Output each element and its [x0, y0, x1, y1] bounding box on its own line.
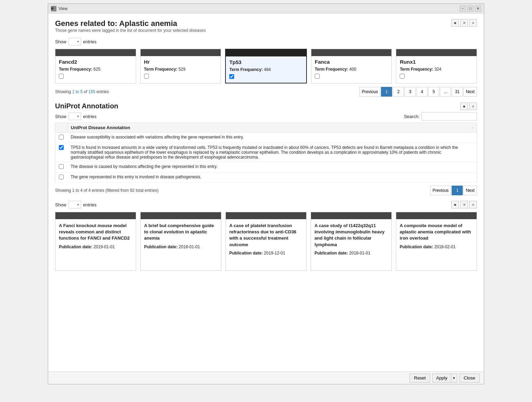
- docs-entries-label: entries: [83, 202, 97, 207]
- doc-card-4[interactable]: A composite mouse model of aplastic anem…: [396, 212, 477, 271]
- table-row: TP53 is found in increased amounts in a …: [55, 143, 477, 162]
- uniprot-title: UniProt Annotation: [55, 102, 118, 110]
- gene-card-runx1[interactable]: Runx1 Term Frequency: 324: [396, 49, 477, 83]
- uniprot-row-check-2[interactable]: [59, 164, 64, 169]
- uniprot-icon-btn-1[interactable]: ■: [460, 102, 468, 110]
- gene-freq-label-hr: Term Frequency:: [144, 67, 177, 72]
- genes-show-row: Show 10 25 50 entries: [55, 38, 477, 45]
- genes-page-5[interactable]: 5: [428, 87, 439, 97]
- uniprot-controls: Show 10 25 entries Search:: [55, 112, 477, 120]
- doc-card-2[interactable]: A case of platelet transfusion refractor…: [225, 212, 307, 271]
- doc-card-body-2: A case of platelet transfusion refractor…: [226, 219, 306, 259]
- doc-card-0[interactable]: A Fanci knockout mouse model reveals com…: [55, 212, 136, 271]
- gene-checkbox-hr[interactable]: [144, 74, 149, 79]
- gene-freq-val-fancd2: 625: [94, 67, 100, 72]
- gene-checkbox-tp53[interactable]: [229, 74, 234, 79]
- genes-pagination[interactable]: Previous 1 2 3 4 5 ... 31 Next: [360, 87, 477, 97]
- genes-icon-btn-2[interactable]: ✕: [460, 19, 468, 27]
- uniprot-entries-select[interactable]: 10 25: [69, 113, 81, 120]
- genes-page-1[interactable]: 1: [381, 87, 392, 97]
- bottom-bar: Reset Apply ▼ Close: [48, 372, 484, 384]
- sort-icon[interactable]: ↕: [471, 126, 473, 129]
- gene-card-fancd2[interactable]: Fancd2 Term Frequency: 625: [55, 49, 136, 83]
- uniprot-row-check-0[interactable]: [59, 135, 64, 140]
- genes-prev-button[interactable]: Previous: [360, 87, 381, 97]
- close-button[interactable]: ✕: [475, 6, 481, 12]
- gene-cards-container: Fancd2 Term Frequency: 625 Hr Term Frequ…: [55, 49, 477, 83]
- gene-card-header-runx1: [396, 49, 477, 56]
- uniprot-page-1[interactable]: 1: [452, 186, 463, 195]
- genes-icon-btn-3[interactable]: ≡: [469, 19, 477, 27]
- gene-freq-tp53: Term Frequency: 484: [229, 67, 303, 72]
- genes-page-4[interactable]: 4: [416, 87, 427, 97]
- docs-show-row: Show 10 25 entries ■ ✕ ≡: [55, 201, 477, 208]
- doc-card-header-3: [311, 212, 391, 219]
- gene-checkbox-runx1[interactable]: [400, 74, 405, 79]
- gene-name-runx1: Runx1: [400, 59, 473, 65]
- docs-entries-select[interactable]: 10 25: [69, 201, 81, 208]
- doc-card-1[interactable]: A brief but comprehensive guide to clona…: [140, 212, 221, 271]
- doc-card-header-4: [396, 212, 477, 219]
- genes-page-31[interactable]: 31: [452, 87, 463, 97]
- main-window: ■ View − □ ✕ Genes related to: Aplastic …: [48, 3, 484, 384]
- table-row: Disease susceptibility is associated wit…: [55, 133, 477, 143]
- close-button-bottom[interactable]: Close: [459, 374, 480, 383]
- restore-button[interactable]: □: [467, 6, 473, 12]
- uniprot-icon-btn-2[interactable]: ≡: [469, 102, 477, 110]
- uniprot-next-button[interactable]: Next: [463, 186, 477, 195]
- uniprot-pagination[interactable]: Previous 1 Next: [430, 186, 477, 195]
- genes-page-ellipsis[interactable]: ...: [440, 87, 451, 97]
- docs-icon-btn-2[interactable]: ✕: [460, 201, 468, 208]
- apply-btn-wrap[interactable]: Apply ▼: [432, 374, 457, 383]
- genes-section-icons[interactable]: ■ ✕ ≡: [451, 19, 477, 27]
- doc-pubdate-3: Publication date: 2018-01-01: [314, 251, 388, 256]
- genes-next-button[interactable]: Next: [463, 87, 477, 97]
- doc-title-4: A composite mouse model of aplastic anem…: [400, 223, 473, 242]
- gene-card-tp53[interactable]: Tp53 Term Frequency: 484: [225, 49, 307, 83]
- gene-checkbox-fanca[interactable]: [315, 74, 320, 79]
- apply-dropdown-arrow[interactable]: ▼: [451, 374, 457, 383]
- uniprot-row-check-1[interactable]: [59, 145, 64, 150]
- doc-card-3[interactable]: A case study of t1422q32q11 involving im…: [311, 212, 392, 271]
- uniprot-prev-button[interactable]: Previous: [430, 186, 451, 195]
- docs-icon-btn-1[interactable]: ■: [451, 201, 459, 208]
- uniprot-showing-text: Showing 1 to 4 of 4 entries (filtered fr…: [55, 188, 159, 193]
- genes-show-select-wrap[interactable]: 10 25 50: [69, 38, 81, 45]
- docs-icon-btn-3[interactable]: ≡: [469, 201, 477, 208]
- uniprot-row-text-2: The disease is caused by mutations affec…: [67, 162, 477, 172]
- uniprot-row-check-3[interactable]: [59, 175, 64, 179]
- minimize-button[interactable]: −: [460, 6, 466, 12]
- reset-button[interactable]: Reset: [409, 374, 430, 383]
- gene-card-fanca[interactable]: Fanca Term Frequency: 400: [311, 49, 392, 83]
- docs-show-select-wrap[interactable]: 10 25: [69, 201, 81, 208]
- page-title: Genes related to: Aplastic anemia: [55, 19, 206, 28]
- uniprot-table: UniProt Disease Annotation ↕ Disease sus…: [55, 123, 477, 183]
- gene-freq-fancd2: Term Frequency: 625: [59, 67, 132, 72]
- uniprot-search-label: Search:: [404, 114, 419, 119]
- gene-card-body-runx1: Runx1 Term Frequency: 324: [396, 56, 477, 82]
- gene-freq-runx1: Term Frequency: 324: [400, 67, 473, 72]
- uniprot-section-icons[interactable]: ■ ≡: [460, 102, 477, 110]
- uniprot-th-annotation: UniProt Disease Annotation ↕: [67, 123, 477, 133]
- uniprot-th-check: [55, 123, 68, 133]
- docs-section-icons[interactable]: ■ ✕ ≡: [451, 201, 477, 208]
- genes-showing-range: 1 to 5: [72, 89, 82, 94]
- genes-page-3[interactable]: 3: [405, 87, 416, 97]
- gene-card-body-fancd2: Fancd2 Term Frequency: 625: [55, 56, 136, 82]
- gene-card-header-fanca: [311, 49, 392, 56]
- uniprot-pagination-row: Showing 1 to 4 of 4 entries (filtered fr…: [55, 186, 477, 195]
- genes-page-2[interactable]: 2: [393, 87, 404, 97]
- uniprot-show-select-wrap[interactable]: 10 25: [69, 113, 81, 120]
- gene-checkbox-fancd2[interactable]: [59, 74, 64, 79]
- uniprot-section: UniProt Annotation ■ ≡ Show 10 25: [55, 102, 477, 195]
- doc-pubdate-val-3: 2018-01-01: [349, 251, 370, 256]
- genes-icon-btn-1[interactable]: ■: [451, 19, 459, 27]
- gene-card-body-fanca: Fanca Term Frequency: 400: [311, 56, 392, 82]
- gene-card-hr[interactable]: Hr Term Frequency: 529: [140, 49, 221, 83]
- uniprot-search-input[interactable]: [422, 112, 477, 120]
- genes-entries-select[interactable]: 10 25 50: [69, 38, 81, 45]
- titlebar-controls[interactable]: − □ ✕: [460, 6, 481, 12]
- apply-button[interactable]: Apply: [432, 374, 451, 383]
- doc-cards-container: A Fanci knockout mouse model reveals com…: [55, 212, 477, 271]
- gene-freq-label-fanca: Term Frequency:: [315, 67, 348, 72]
